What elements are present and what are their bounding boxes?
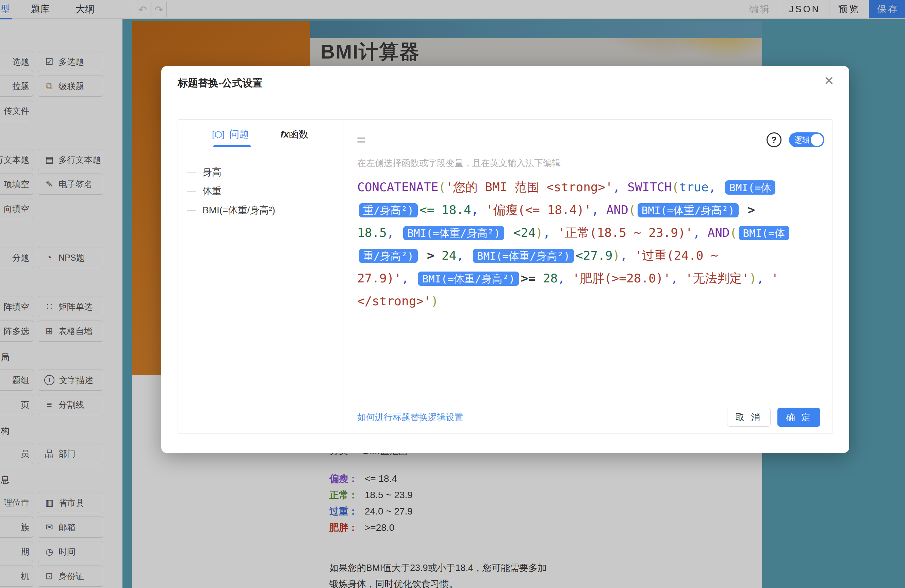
formula-token-com: ,	[456, 248, 471, 262]
formula-token-str: 27.9)'	[357, 271, 402, 285]
function-icon: fx	[280, 129, 289, 140]
tree-item-体重[interactable]: 体重	[178, 182, 343, 201]
formula-token-str: '过重(24.0 ~	[635, 248, 718, 262]
formula-token-str: </strong>'	[357, 294, 431, 308]
toggle-knob	[811, 134, 823, 146]
formula-token-fn: CONCATENATE	[357, 180, 438, 194]
formula-token-fn: SWITCH	[627, 180, 672, 194]
formula-token-par: )	[613, 248, 620, 262]
formula-token-num: 28	[543, 271, 557, 285]
formula-token-gt: >	[740, 203, 755, 217]
tree-item-BMI(=体重/身高²)[interactable]: BMI(=体重/身高²)	[178, 201, 343, 220]
tab-函数[interactable]: fx函数	[280, 128, 309, 141]
formula-token-gt: >=	[521, 271, 543, 285]
formula-token-com: ,	[557, 271, 572, 285]
drag-handle-icon[interactable]	[357, 135, 366, 145]
tree-branch-icon	[187, 191, 195, 192]
tab-label: 问题	[229, 128, 249, 141]
logic-toggle[interactable]: 逻辑	[789, 132, 824, 147]
confirm-button[interactable]: 确 定	[777, 408, 820, 427]
tab-问题[interactable]: [⬡]问题	[212, 128, 249, 141]
variables-tabs: [⬡]问题fx函数	[178, 120, 343, 149]
formula-token-str: '无法判定'	[686, 271, 749, 285]
formula-token-fn: AND	[708, 226, 730, 240]
formula-token-par: )	[749, 271, 757, 285]
tree-item-label: BMI(=体重/身高²)	[202, 204, 275, 217]
formula-token-com: ,	[387, 226, 402, 240]
tree-branch-icon	[187, 172, 195, 173]
tree-item-label: 身高	[202, 166, 221, 179]
tree-item-身高[interactable]: 身高	[178, 163, 343, 182]
formula-editor-box: [⬡]问题fx函数 身高体重BMI(=体重/身高²) ? 逻辑 在左侧选择函数或…	[178, 119, 833, 434]
formula-token-op: <	[506, 226, 521, 240]
formula-token-com: ,	[613, 180, 627, 194]
formula-token-com: ,	[402, 271, 416, 285]
formula-token-par: )	[535, 226, 543, 240]
editor-hint: 在左侧选择函数或字段变量，且在英文输入法下编辑	[357, 157, 824, 169]
editor-footer: 如何进行标题替换逻辑设置 取 消 确 定	[357, 408, 824, 427]
formula-token-com: ,	[671, 271, 685, 285]
formula-token-gt: >	[419, 248, 441, 262]
formula-settings-modal: 标题替换-公式设置 ✕ [⬡]问题fx函数 身高体重BMI(=体重/身高²) ?…	[161, 66, 849, 453]
formula-token-par: (	[672, 180, 679, 194]
formula-token-str: '肥胖(>=28.0)'	[572, 271, 671, 285]
field-chip[interactable]: BMI(=体	[738, 226, 789, 240]
formula-token-par: (	[438, 180, 446, 194]
formula-pane: ? 逻辑 在左侧选择函数或字段变量，且在英文输入法下编辑 CONCATENATE…	[343, 120, 832, 434]
formula-token-com: ,	[471, 203, 486, 217]
field-chip[interactable]: BMI(=体重/身高²)	[638, 203, 738, 218]
field-chip[interactable]: BMI(=体重/身高²)	[403, 226, 504, 240]
app-root: 型题库大纲 ↶ ↷ 编辑JSON预览保存 选题☑多选题拉题⧉级联题传文件行文本题…	[0, 0, 905, 588]
help-icon[interactable]: ?	[767, 132, 781, 147]
field-chip[interactable]: 重/身高²)	[359, 249, 418, 263]
cancel-button[interactable]: 取 消	[727, 408, 771, 427]
editor-toolbar: ? 逻辑	[357, 131, 824, 148]
formula-token-op: <=	[419, 203, 441, 217]
tree-branch-icon	[187, 210, 195, 211]
formula-token-num: 18.5	[357, 226, 387, 240]
formula-token-com: ,	[543, 226, 557, 240]
modal-title: 标题替换-公式设置	[178, 76, 263, 90]
formula-token-num: 24	[521, 226, 535, 240]
field-chip[interactable]: 重/身高²)	[359, 203, 418, 218]
formula-token-com: ,	[757, 271, 771, 285]
formula-token-com: ,	[620, 248, 635, 262]
formula-token-par: )	[431, 294, 438, 308]
field-chip[interactable]: BMI(=体重/身高²)	[473, 249, 574, 263]
formula-token-str: '您的 BMI 范围 <strong>'	[446, 180, 613, 194]
help-link[interactable]: 如何进行标题替换逻辑设置	[357, 412, 464, 423]
tree-item-label: 体重	[202, 185, 221, 198]
tab-label: 函数	[289, 128, 309, 141]
formula-token-com: ,	[693, 226, 707, 240]
formula-token-par: (	[730, 226, 737, 240]
formula-input[interactable]: CONCATENATE('您的 BMI 范围 <strong>', SWITCH…	[357, 176, 824, 312]
formula-token-num: 27.9	[583, 248, 613, 262]
formula-token-par: (	[629, 203, 636, 217]
field-chip[interactable]: BMI(=体	[725, 180, 775, 195]
formula-token-kw: true	[679, 180, 709, 194]
close-icon[interactable]: ✕	[824, 75, 834, 87]
question-field-tree: 身高体重BMI(=体重/身高²)	[178, 163, 343, 220]
formula-token-num: 24	[441, 248, 456, 262]
variables-pane: [⬡]问题fx函数 身高体重BMI(=体重/身高²)	[178, 120, 343, 434]
formula-token-str: '	[771, 271, 779, 285]
formula-token-str: '偏瘦(<= 18.4)'	[486, 203, 591, 217]
logic-toggle-label: 逻辑	[794, 135, 810, 145]
field-chip[interactable]: BMI(=体重/身高²)	[418, 272, 519, 286]
question-icon: [⬡]	[212, 129, 225, 140]
formula-token-com: ,	[592, 203, 606, 217]
formula-token-op: <	[576, 248, 583, 262]
formula-token-str: '正常(18.5 ~ 23.9)'	[557, 226, 693, 240]
formula-token-com: ,	[709, 180, 723, 194]
formula-token-num: 18.4	[441, 203, 471, 217]
formula-token-fn: AND	[606, 203, 629, 217]
